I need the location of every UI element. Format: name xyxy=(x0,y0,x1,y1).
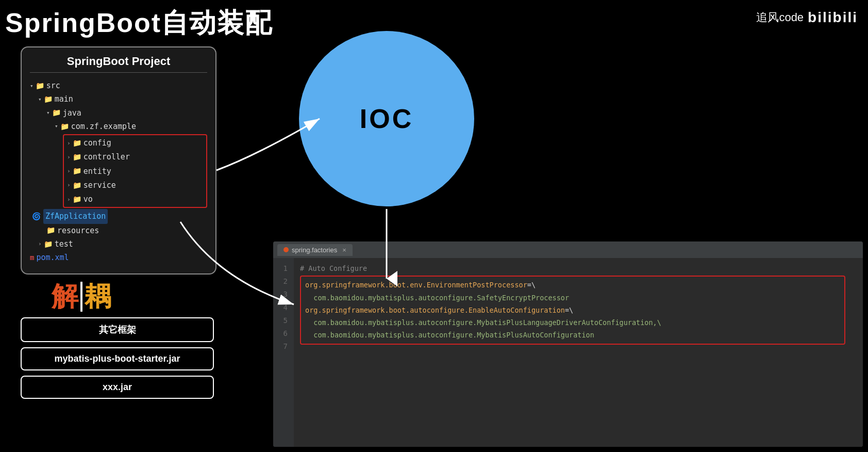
tab-label: spring.factories xyxy=(292,246,337,254)
tree-entity: › 📁 entity xyxy=(67,165,203,178)
project-box-title: SpringBoot Project xyxy=(30,55,207,73)
code-line-3: com.baomidou.mybatisplus.autoconfigure.S… xyxy=(305,292,840,304)
tree-main: ▾ 📁 main xyxy=(30,92,207,106)
logo-cn: 追风code xyxy=(756,10,804,25)
code-editor: spring.factories × 1 2 3 4 5 6 7 # Auto … xyxy=(273,241,863,447)
tree-vo: › 📁 vo xyxy=(67,192,203,206)
code-line-4: org.springframework.boot.autoconfigure.E… xyxy=(305,304,840,316)
spring-factories-tab[interactable]: spring.factories × xyxy=(277,244,353,256)
tree-pom: m pom.xml xyxy=(30,251,207,264)
file-tree: ▾ 📁 src ▾ 📁 main ▾ 📁 java ▾ 📁 com.zf.exa… xyxy=(30,79,207,264)
tree-test: › 📁 test xyxy=(30,237,207,251)
tree-package: ▾ 📁 com.zf.example xyxy=(30,120,207,133)
tree-java: ▾ 📁 java xyxy=(30,106,207,120)
ioc-label: IOC xyxy=(360,103,413,134)
code-line-2: org.springframework.boot.env.Environment… xyxy=(305,279,840,291)
tab-dot-icon xyxy=(283,247,289,252)
jieou-label: 解 耦 xyxy=(52,279,111,315)
code-content: # Auto Configure org.springframework.boo… xyxy=(294,258,863,447)
logo-bili: bilibili xyxy=(808,9,858,26)
bottom-box-frameworks: 其它框架 xyxy=(21,317,214,342)
code-line-7 xyxy=(300,346,857,358)
red-folders: › 📁 config › 📁 controller › 📁 entity › 📁… xyxy=(63,134,207,208)
tree-app: 🌀 ZfApplication xyxy=(30,209,207,223)
code-red-section: org.springframework.boot.env.Environment… xyxy=(300,276,845,344)
code-line-5: com.baomidou.mybatisplus.autoconfigure.M… xyxy=(305,316,840,329)
code-line-6: com.baomidou.mybatisplus.autoconfigure.M… xyxy=(305,329,840,341)
bottom-boxes: 其它框架 mybatis-plus-boot-starter.jar xxx.j… xyxy=(21,317,214,404)
code-line-1: # Auto Configure xyxy=(300,262,857,275)
tab-bar: spring.factories × xyxy=(273,241,863,258)
tree-resources: 📁 resources xyxy=(30,224,207,237)
tree-src: ▾ 📁 src xyxy=(30,79,207,92)
ioc-circle: IOC xyxy=(299,31,474,206)
tab-close-icon[interactable]: × xyxy=(342,246,346,254)
page-title: SpringBoot自动装配 xyxy=(5,5,273,41)
tree-service: › 📁 service xyxy=(67,179,203,192)
tree-config: › 📁 config xyxy=(67,136,203,150)
line-numbers: 1 2 3 4 5 6 7 xyxy=(273,258,294,447)
logo-area: 追风code bilibili xyxy=(756,9,858,26)
bottom-box-mybatis: mybatis-plus-boot-starter.jar xyxy=(21,347,214,370)
tree-controller: › 📁 controller xyxy=(67,150,203,164)
project-box: SpringBoot Project ▾ 📁 src ▾ 📁 main ▾ 📁 … xyxy=(21,46,216,275)
code-body: 1 2 3 4 5 6 7 # Auto Configure org.sprin… xyxy=(273,258,863,447)
bottom-box-xxx: xxx.jar xyxy=(21,376,214,399)
jieou-separator xyxy=(80,282,82,312)
